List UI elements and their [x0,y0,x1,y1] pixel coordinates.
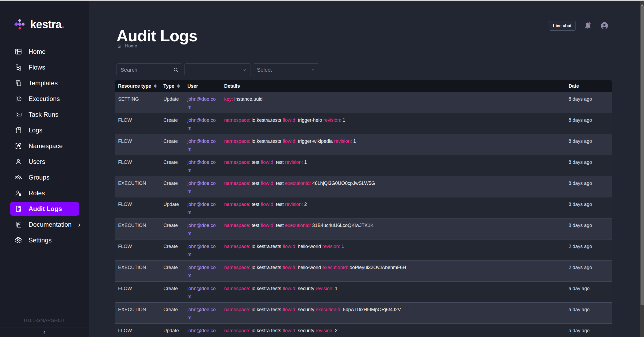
chevron-left-icon [42,330,47,335]
sidebar-item-label: Groups [29,174,50,181]
table-row: SETTING Update john@doe.com key: instanc… [115,92,612,113]
date-cell: a day ago [565,302,612,323]
detail-label: namespace: [224,328,250,333]
detail-value: 1 [335,286,337,291]
sidebar-item-label: Documentation [29,221,71,228]
sidebar-item-users[interactable]: Users [0,154,89,169]
chevron-down-icon [242,68,247,72]
page-title: Audit Logs [116,27,197,45]
sidebar-item-templates[interactable]: Templates [0,75,89,91]
detail-value: hello-world [298,265,321,270]
type-cell: Create [160,218,184,239]
window-top-edge [0,0,644,1]
sidebar-item-settings[interactable]: Settings [0,232,89,248]
live-chat-button[interactable]: Live chat [549,21,576,31]
detail-label: namespace: [224,160,250,165]
sidebar-item-task-runs[interactable]: Task Runs [0,107,89,122]
sidebar-item-audit-logs[interactable]: Audit Logs [10,202,79,216]
breadcrumb-home-label[interactable]: Home [125,43,137,49]
search-input[interactable] [117,64,182,76]
user-link[interactable]: john@doe.com [187,116,217,132]
sidebar-item-label: Templates [29,79,58,87]
sidebar-item-home[interactable]: Home [0,44,89,59]
table-header-row: Resource type Type User Details Date [115,80,612,92]
detail-value: instance.uuid [234,96,263,102]
account-menu-button[interactable] [600,21,609,30]
sort-icon[interactable] [154,84,157,88]
table-row: FLOW Update john@doe.com namespace: test… [115,197,612,218]
user-cell: john@doe.com [184,302,219,323]
detail-value: test [276,160,284,165]
table-row: FLOW Update john@doe.com namespace: io.k… [115,323,612,337]
detail-label: namespace: [224,286,250,291]
type-cell: Create [160,239,184,260]
user-link[interactable]: john@doe.com [187,158,217,174]
resource-type-cell: SETTING [115,92,160,113]
user-link[interactable]: john@doe.com [187,95,217,111]
user-link[interactable]: john@doe.com [187,179,217,195]
user-link[interactable]: john@doe.com [187,200,217,216]
table-row: FLOW Create john@doe.com namespace: test… [115,155,612,176]
sidebar-item-roles[interactable]: Roles [0,185,89,201]
date-cell: 8 days ago [565,113,612,134]
user-link[interactable]: john@doe.com [187,263,217,279]
sidebar-item-flows[interactable]: Flows [0,59,89,75]
sidebar-item-label: Home [29,48,46,55]
resource-type-cell: EXECUTION [115,218,160,239]
details-cell: key: instance.uuid [219,92,565,113]
book-lock-icon [15,205,22,213]
user-cell: john@doe.com [184,218,219,239]
detail-label: revision: [316,286,333,291]
sidebar-item-groups[interactable]: Groups [0,169,89,185]
sidebar-item-logs[interactable]: Logs [0,122,89,138]
sort-icon[interactable] [177,84,180,88]
user-link[interactable]: john@doe.com [187,285,217,301]
sidebar-item-label: Task Runs [29,111,58,118]
type-cell: Create [160,260,184,281]
bell-icon [583,22,592,30]
detail-label: flowId: [283,244,296,249]
details-cell: namespace: test flowId: test revision: 2 [219,197,565,218]
user-link[interactable]: john@doe.com [187,221,217,237]
sidebar-collapse-button[interactable] [0,327,89,337]
brand-dot: . [62,18,65,31]
details-cell: namespace: io.kestra.tests flowId: trigg… [219,113,565,134]
user-link[interactable]: john@doe.com [187,327,217,337]
account-icon [15,158,22,165]
details-cell: namespace: io.kestra.tests flowId: secur… [219,281,565,302]
details-cell: namespace: test flowId: test executionId… [219,218,565,239]
date-cell: 8 days ago [565,92,612,113]
main-content: Audit Logs Home Live chat [89,1,644,337]
detail-value: io.kestra.tests [252,328,281,333]
action-select[interactable]: Select [253,63,319,76]
chevron-down-icon [311,68,315,72]
sidebar-item-executions[interactable]: Executions [0,91,89,107]
sidebar-item-label: Settings [29,237,52,244]
details-cell: namespace: io.kestra.tests flowId: secur… [219,323,565,337]
breadcrumb[interactable]: Home [117,43,137,49]
resource-type-select[interactable] [184,63,251,76]
scrollbar-thumb[interactable] [641,6,644,305]
detail-label: revision: [285,202,303,207]
column-header-type[interactable]: Type [160,80,184,92]
table-row: FLOW Create john@doe.com namespace: io.k… [115,239,612,260]
sidebar-item-label: Flows [29,64,45,71]
kestra-logo[interactable]: kestra. [13,16,89,33]
user-link[interactable]: john@doe.com [187,242,217,258]
user-link[interactable]: john@doe.com [187,137,217,153]
detail-label: namespace: [224,202,250,207]
scrollbar-up-arrow[interactable] [640,2,644,6]
search-icon [173,67,179,73]
column-header-resource-type[interactable]: Resource type [115,80,160,92]
detail-value: security [298,328,314,333]
notifications-button[interactable] [583,21,592,30]
detail-label: flowId: [261,160,275,165]
sidebar-item-namespace[interactable]: Namespace [0,138,89,154]
detail-label: namespace: [224,223,250,228]
date-cell: a day ago [565,323,612,337]
sidebar-item-documentation[interactable]: Documentation [0,217,89,232]
brand-name: kestra [30,18,62,31]
detail-value: test [276,223,284,228]
detail-label: key: [224,96,233,102]
user-link[interactable]: john@doe.com [187,306,217,322]
